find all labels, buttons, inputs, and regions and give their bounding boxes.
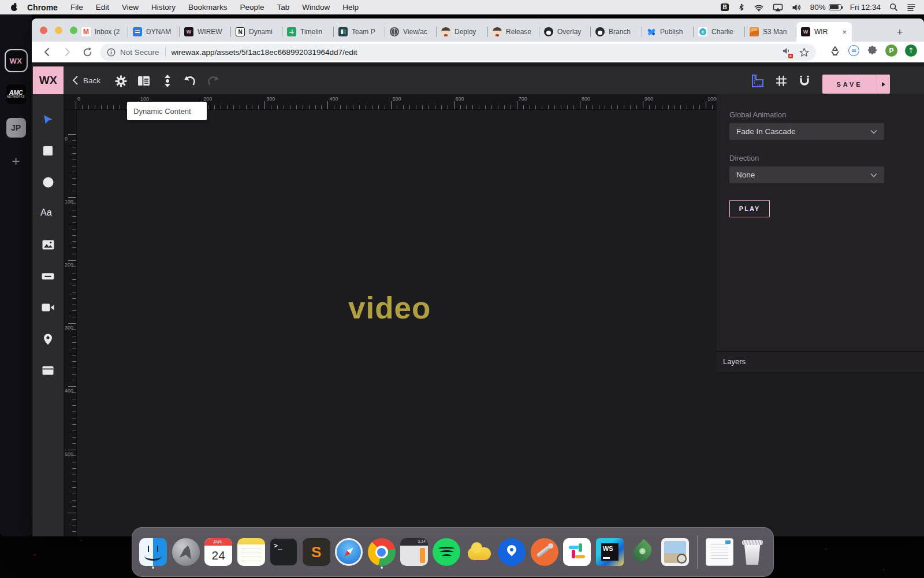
security-label[interactable]: Not Secure [120,48,159,57]
apple-menu-icon[interactable] [10,3,18,12]
back-nav-icon[interactable] [40,45,54,59]
dock-item-launchpad[interactable] [172,536,199,568]
dock-item-webstorm[interactable]: WS [596,536,624,568]
undo-icon[interactable] [182,73,198,88]
menu-edit[interactable]: Edit [96,3,109,12]
reload-icon[interactable] [80,45,94,59]
close-window-button[interactable] [40,27,47,34]
workspace-item-amc[interactable]: AMC NETWORKS [5,83,28,106]
notification-center-icon[interactable] [907,3,916,11]
rectangle-tool[interactable] [36,139,59,162]
workspace-item-profile[interactable]: JP [5,116,28,139]
menu-view[interactable]: View [122,3,139,12]
dock-item-leaf[interactable] [628,536,656,568]
panel-layout-icon[interactable] [136,73,151,88]
back-button[interactable]: Back [72,66,100,94]
ellipse-tool[interactable] [36,171,59,194]
button-tool[interactable] [36,265,59,288]
spotlight-search-icon[interactable] [889,3,898,12]
location-tool[interactable] [36,328,59,351]
menu-help[interactable]: Help [342,3,359,12]
airplay-icon[interactable] [773,3,783,12]
menu-app-name[interactable]: Chrome [27,3,58,12]
menu-history[interactable]: History [151,3,176,12]
site-info-icon[interactable] [107,48,116,57]
play-button[interactable]: PLAY [729,200,770,217]
dock-item-photos[interactable] [661,536,689,568]
minimize-window-button[interactable] [55,27,62,34]
snap-magnet-icon[interactable] [797,73,812,88]
profile-avatar-p[interactable]: P [885,45,897,57]
infinity-extension-icon[interactable]: ∞ [848,45,859,56]
tab-dynam[interactable]: DYNAM [128,22,180,42]
tab-audio-muted-icon[interactable]: × [783,47,791,57]
stage-canvas[interactable]: video [77,110,717,536]
dock-item-sublime[interactable]: S [302,536,330,568]
dock-item-terminal[interactable]: >_ [270,536,297,568]
tab-view-ac[interactable]: View/ac [385,22,437,42]
dock-item-document[interactable] [706,536,733,568]
menu-people[interactable]: People [240,3,264,12]
dock-item-cloudapp[interactable] [465,536,493,568]
vertical-adjust-icon[interactable] [160,73,175,88]
tab-team-p[interactable]: Team P [334,22,385,42]
battery-indicator[interactable]: 80% [810,3,841,12]
new-tab-button[interactable]: + [893,25,907,39]
menu-bookmarks[interactable]: Bookmarks [188,3,228,12]
address-bar[interactable]: Not Secure wirewax.app/assets/5f1ac18ec6… [100,44,816,61]
tab-release[interactable]: Release [488,22,539,42]
wirewax-logo[interactable]: WX [33,66,64,94]
menu-file[interactable]: File [70,3,83,12]
global-animation-select[interactable]: Fade In Cascade [729,123,884,140]
dock-item-calculator[interactable] [400,536,428,568]
video-tool[interactable] [36,296,59,319]
stage-video-text[interactable]: video [348,290,431,325]
tab-wir[interactable]: WIR× [796,22,852,42]
volume-icon[interactable] [792,3,802,12]
tab-overlay[interactable]: Overlay [539,22,591,42]
tab-s3-man[interactable]: S3 Man [745,22,796,42]
save-button[interactable]: SAVE [822,75,890,94]
dock-item-chrome[interactable] [367,536,395,568]
tab-charlie[interactable]: Charlie [694,22,745,42]
tab-inbox-2[interactable]: Inbox (2 [77,22,128,42]
bookmark-star-icon[interactable] [799,47,809,57]
dock-item-finder[interactable] [139,536,167,568]
tab-close-icon[interactable]: × [841,28,847,36]
dock-item-slack[interactable] [563,536,591,568]
tab-dynami[interactable]: Dynami [231,22,282,42]
dock-item-location[interactable] [498,536,526,568]
redo-icon[interactable] [206,73,221,88]
menu-tab[interactable]: Tab [277,3,290,12]
pointer-tool[interactable] [36,108,59,131]
window-tool[interactable] [36,359,59,382]
settings-gear-icon[interactable] [113,73,128,88]
add-workspace-button[interactable]: + [5,150,28,173]
dock-item-trash[interactable] [738,536,766,568]
tab-publish[interactable]: Publish [642,22,694,42]
dock-item-calendar[interactable]: JUL24 [204,536,232,568]
dock-item-postman[interactable] [531,536,558,568]
dock-item-safari[interactable] [335,536,363,568]
tab-timelin[interactable]: Timelin [282,22,334,42]
grid-toggle-icon[interactable] [774,73,789,88]
menu-window[interactable]: Window [302,3,330,12]
input-source-icon[interactable]: B [721,3,728,11]
bluetooth-icon[interactable] [737,3,745,12]
image-tool[interactable] [36,233,59,256]
extensions-puzzle-icon[interactable] [867,45,878,56]
workspace-item-wirewax[interactable]: WX [5,49,28,72]
forward-nav-icon[interactable] [60,45,74,59]
tab-deploy[interactable]: Deploy [437,22,488,42]
tab-branch[interactable]: Branch [591,22,642,42]
text-tool[interactable]: Aa [36,201,59,224]
url-text[interactable]: wirewax.app/assets/5f1ac18ec668992031964… [172,48,777,57]
save-options-arrow[interactable] [877,75,890,94]
rulers-toggle-icon[interactable] [750,73,765,88]
layers-header[interactable]: Layers [717,351,924,370]
tab-wirew[interactable]: WIREW [180,22,231,42]
menu-clock[interactable]: Fri 12:34 [850,3,881,12]
wifi-icon[interactable] [754,3,764,12]
recycle-extension-icon[interactable] [829,45,841,57]
dock-item-notes[interactable] [237,536,264,568]
